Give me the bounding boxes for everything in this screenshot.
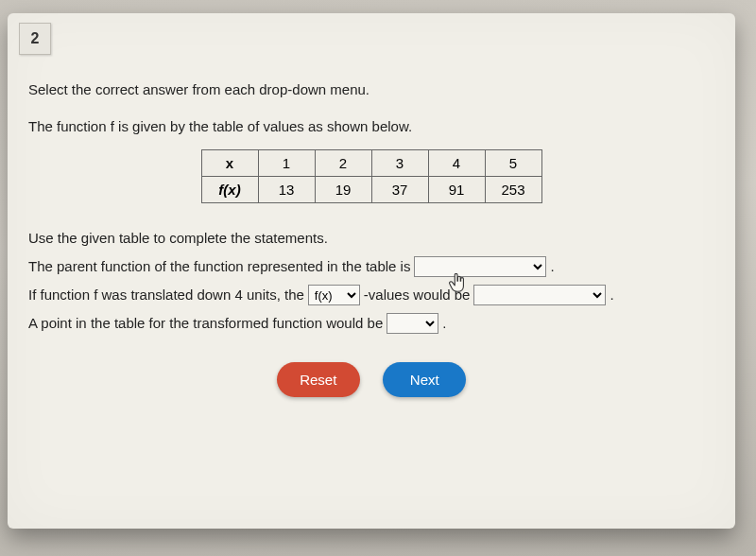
table-cell: 2 xyxy=(315,150,371,177)
statement-intro: Use the given table to complete the stat… xyxy=(28,224,714,252)
cropped-edge-text: : i c c r f > r v h n a E xyxy=(0,0,2,556)
statement-text: The parent function of the function repr… xyxy=(28,252,410,281)
table-cell: 37 xyxy=(371,177,428,203)
point-select[interactable] xyxy=(387,313,438,334)
question-card: 2 Select the correct answer from each dr… xyxy=(8,13,735,529)
new-values-select[interactable] xyxy=(473,285,606,305)
table-row: x 1 2 3 4 5 xyxy=(201,150,541,177)
table-cell: 3 xyxy=(371,150,428,177)
button-row: Reset Next xyxy=(28,362,714,397)
next-button[interactable]: Next xyxy=(383,362,466,397)
statement-text: Use the given table to complete the stat… xyxy=(28,224,328,252)
table-row: f(x) 13 19 37 91 253 xyxy=(201,177,541,203)
statement-text: . xyxy=(550,252,554,281)
statements-block: Use the given table to complete the stat… xyxy=(28,224,714,338)
table-cell: 13 xyxy=(258,177,315,203)
statement-text: . xyxy=(610,281,613,309)
statement-parent-function: The parent function of the function repr… xyxy=(28,252,714,281)
statement-text: A point in the table for the transformed… xyxy=(28,309,383,338)
parent-function-select[interactable] xyxy=(414,256,546,277)
table-cell: 91 xyxy=(428,177,485,203)
instruction-main: Select the correct answer from each drop… xyxy=(28,81,714,97)
reset-button[interactable]: Reset xyxy=(277,362,360,397)
statement-point: A point in the table for the transformed… xyxy=(28,309,714,338)
table-cell: 5 xyxy=(485,150,541,177)
table-cell: 19 xyxy=(315,177,371,203)
statement-text: If function f was translated down 4 unit… xyxy=(28,281,304,309)
question-number-badge: 2 xyxy=(19,23,51,55)
which-values-select[interactable]: f(x) xyxy=(308,285,360,305)
function-table: x 1 2 3 4 5 f(x) 13 19 37 91 253 xyxy=(201,149,542,203)
row-label-x: x xyxy=(201,150,258,177)
table-cell: 253 xyxy=(485,177,541,203)
statement-text: . xyxy=(442,309,446,338)
statement-text: -values would be xyxy=(364,281,471,309)
table-cell: 1 xyxy=(258,150,315,177)
row-label-fx: f(x) xyxy=(201,177,258,203)
statement-translation: If function f was translated down 4 unit… xyxy=(28,281,714,309)
instruction-sub: The function f is given by the table of … xyxy=(28,118,714,134)
table-cell: 4 xyxy=(428,150,485,177)
photo-viewport: : i c c r f > r v h n a E 2 Select the c… xyxy=(0,0,756,556)
question-number-text: 2 xyxy=(31,30,40,47)
